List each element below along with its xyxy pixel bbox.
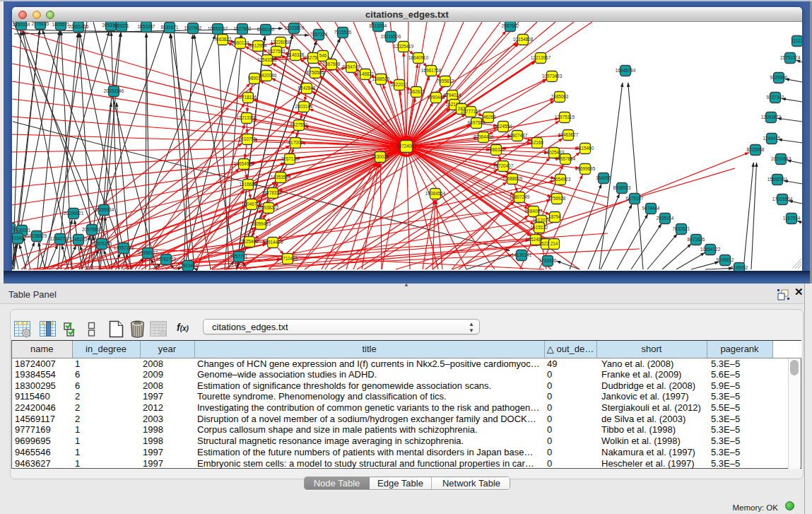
svg-text:2330028: 2330028 xyxy=(372,154,389,159)
svg-text:20691406: 20691406 xyxy=(69,24,89,29)
svg-text:1853267: 1853267 xyxy=(138,24,155,29)
svg-text:12505135: 12505135 xyxy=(92,241,112,246)
svg-text:7663822: 7663822 xyxy=(214,37,232,42)
svg-text:6497568: 6497568 xyxy=(468,120,486,125)
svg-text:985321: 985321 xyxy=(114,23,129,28)
svg-text:9245612: 9245612 xyxy=(717,257,734,262)
svg-text:7986322: 7986322 xyxy=(488,147,505,152)
svg-text:1527602: 1527602 xyxy=(184,25,202,30)
svg-text:12213302: 12213302 xyxy=(237,115,257,120)
svg-text:16210643: 16210643 xyxy=(771,156,792,161)
svg-text:1010755: 1010755 xyxy=(239,136,257,141)
svg-text:3624554: 3624554 xyxy=(495,124,512,129)
svg-text:12975115: 12975115 xyxy=(555,115,575,119)
svg-text:7485063: 7485063 xyxy=(551,94,569,99)
svg-text:8471626: 8471626 xyxy=(688,237,705,242)
svg-text:10654122: 10654122 xyxy=(700,247,721,252)
svg-text:9242848: 9242848 xyxy=(298,86,316,90)
svg-text:1244415: 1244415 xyxy=(763,136,781,141)
svg-text:20053346: 20053346 xyxy=(104,88,124,93)
svg-text:14136141: 14136141 xyxy=(512,252,532,257)
svg-text:8756585: 8756585 xyxy=(307,70,324,75)
svg-text:10958127: 10958127 xyxy=(138,250,158,255)
svg-text:1916682: 1916682 xyxy=(240,182,257,187)
svg-text:13226058: 13226058 xyxy=(271,40,291,45)
svg-text:10543362: 10543362 xyxy=(257,57,278,62)
svg-text:17957223: 17957223 xyxy=(114,245,134,250)
svg-text:6479197: 6479197 xyxy=(626,196,644,201)
svg-text:18640910: 18640910 xyxy=(408,55,429,60)
svg-text:1405571: 1405571 xyxy=(52,22,70,27)
svg-text:6966160: 6966160 xyxy=(257,27,275,32)
svg-text:18807249: 18807249 xyxy=(510,194,530,199)
svg-text:8146328: 8146328 xyxy=(287,52,305,57)
svg-text:9146821: 9146821 xyxy=(357,71,375,76)
svg-text:16782759: 16782759 xyxy=(156,257,177,262)
svg-text:19654985: 19654985 xyxy=(234,161,254,166)
svg-text:1145193: 1145193 xyxy=(70,237,88,242)
svg-text:7857224: 7857224 xyxy=(310,32,328,37)
svg-text:9857791: 9857791 xyxy=(230,254,248,259)
svg-text:12093873: 12093873 xyxy=(761,115,782,119)
svg-text:9329966: 9329966 xyxy=(770,75,788,80)
svg-text:8531671: 8531671 xyxy=(161,25,179,30)
svg-text:12213967: 12213967 xyxy=(531,55,551,60)
svg-text:2935114: 2935114 xyxy=(657,216,674,221)
svg-text:8454749: 8454749 xyxy=(343,64,360,69)
svg-text:8215958: 8215958 xyxy=(747,147,765,152)
svg-text:15751074: 15751074 xyxy=(780,55,801,60)
svg-text:18794: 18794 xyxy=(548,214,561,219)
svg-text:2779135: 2779135 xyxy=(32,22,49,26)
svg-text:19218506: 19218506 xyxy=(381,34,401,39)
svg-text:417006: 417006 xyxy=(288,140,303,145)
svg-text:11123: 11123 xyxy=(792,38,802,43)
svg-text:10973493: 10973493 xyxy=(542,74,563,78)
svg-text:9756928: 9756928 xyxy=(548,196,566,201)
svg-text:1615132: 1615132 xyxy=(531,225,548,230)
svg-text:7632621: 7632621 xyxy=(673,226,690,231)
svg-text:62160: 62160 xyxy=(531,140,543,145)
svg-text:9115460: 9115460 xyxy=(577,146,594,151)
svg-text:214: 214 xyxy=(551,241,558,246)
svg-text:16648784: 16648784 xyxy=(616,68,636,73)
svg-text:12359934: 12359934 xyxy=(94,207,114,212)
svg-text:12923446: 12923446 xyxy=(178,263,199,268)
svg-text:5322037: 5322037 xyxy=(391,82,408,87)
svg-text:1733426: 1733426 xyxy=(539,258,557,263)
svg-text:2550334: 2550334 xyxy=(13,22,30,27)
svg-text:15692991: 15692991 xyxy=(767,177,788,182)
svg-text:1588520: 1588520 xyxy=(372,76,390,81)
svg-text:9327503: 9327503 xyxy=(268,49,286,54)
svg-text:13710485: 13710485 xyxy=(278,256,298,261)
svg-text:9245052: 9245052 xyxy=(731,265,748,270)
svg-text:20975867: 20975867 xyxy=(82,227,102,232)
svg-text:746266: 746266 xyxy=(481,115,496,119)
svg-text:14938222: 14938222 xyxy=(259,205,279,210)
svg-text:18724007: 18724007 xyxy=(396,144,417,148)
svg-text:3267130: 3267130 xyxy=(281,156,299,161)
svg-text:7515526: 7515526 xyxy=(334,30,352,35)
svg-text:20206521: 20206521 xyxy=(64,211,84,216)
svg-text:1435001: 1435001 xyxy=(13,228,31,233)
svg-text:10688609: 10688609 xyxy=(502,176,523,181)
svg-text:8938923: 8938923 xyxy=(613,185,631,190)
svg-text:1362615: 1362615 xyxy=(408,89,425,94)
svg-text:14957864: 14957864 xyxy=(555,156,576,161)
svg-text:546: 546 xyxy=(319,53,327,58)
svg-text:7955812: 7955812 xyxy=(437,78,454,83)
svg-text:164095: 164095 xyxy=(596,175,611,180)
svg-text:8878332: 8878332 xyxy=(264,190,282,195)
svg-text:8990443: 8990443 xyxy=(428,95,445,100)
svg-text:6794024: 6794024 xyxy=(444,93,461,98)
svg-text:9084067: 9084067 xyxy=(525,209,543,214)
svg-text:19384554: 19384554 xyxy=(425,191,446,196)
svg-text:9474444: 9474444 xyxy=(642,206,660,211)
svg-text:7625402: 7625402 xyxy=(241,239,259,244)
svg-text:10807487: 10807487 xyxy=(507,133,528,138)
svg-text:2718126: 2718126 xyxy=(240,95,257,100)
svg-text:8427552: 8427552 xyxy=(290,122,308,127)
svg-text:9227342: 9227342 xyxy=(767,95,784,100)
svg-text:8660124: 8660124 xyxy=(232,40,249,45)
svg-text:15720407: 15720407 xyxy=(493,163,514,168)
svg-text:14353594: 14353594 xyxy=(271,175,291,180)
